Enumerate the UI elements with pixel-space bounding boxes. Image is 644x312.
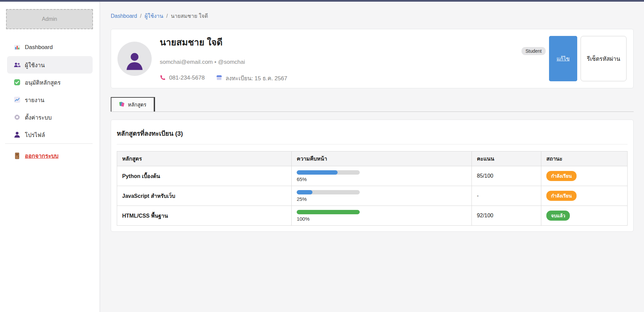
tab-label: หลักสูตร (128, 101, 146, 109)
reset-password-button[interactable]: รีเซ็ตรหัสผ่าน (581, 36, 627, 81)
role-badge: Student (522, 47, 546, 55)
edit-button[interactable]: แก้ไข (549, 36, 577, 81)
gear-icon (14, 114, 20, 121)
progress-label: 100% (297, 216, 472, 222)
sidebar-item-dashboard[interactable]: Dashboard (7, 39, 93, 56)
breadcrumb-dashboard[interactable]: Dashboard (111, 13, 137, 19)
users-icon (14, 61, 20, 68)
sidebar-item-label: Dashboard (25, 44, 53, 51)
breadcrumb: Dashboard / ผู้ใช้งาน / นายสมชาย ใจดี (111, 12, 634, 20)
header-course: หลักสูตร (117, 151, 292, 166)
sidebar-item-label: อนุมัติหลักสูตร (25, 78, 61, 87)
sidebar-item-users[interactable]: ผู้ใช้งาน (7, 56, 93, 74)
sidebar: Admin Dashboard ผู้ใช้งาน อนุมัติหลักสูต… (0, 2, 100, 312)
admin-logo-label: Admin (42, 16, 57, 22)
breadcrumb-users[interactable]: ผู้ใช้งาน (145, 12, 163, 20)
courses-table: หลักสูตร ความคืบหน้า คะแนน สถานะ Python … (117, 151, 628, 226)
progress-fill (297, 210, 360, 214)
course-score: 92/100 (477, 213, 493, 218)
progress-bar (297, 210, 360, 214)
status-badge: กำลังเรียน (546, 191, 577, 201)
header-status: สถานะ (541, 151, 627, 166)
breadcrumb-current: นายสมชาย ใจดี (171, 12, 208, 20)
breadcrumb-separator: / (166, 13, 168, 19)
progress-fill (297, 190, 312, 194)
books-icon (119, 101, 125, 108)
profile-phone: 081-234-5678 (169, 75, 205, 81)
breadcrumb-separator: / (140, 13, 141, 19)
progress-bar (297, 190, 360, 194)
sidebar-item-label: ตั้งค่าระบบ (25, 113, 52, 122)
avatar (117, 42, 152, 76)
sidebar-divider (5, 143, 93, 144)
profile-card: นายสมชาย ใจดี somchai@email.com • @somch… (111, 29, 634, 88)
progress-label: 65% (297, 176, 472, 182)
header-score: คะแนน (472, 151, 541, 166)
table-row: HTML/CSS พื้นฐาน 100% 92/100 จบแล้ว (117, 206, 628, 226)
person-icon (125, 52, 144, 71)
profile-email: somchai@email.com • @somchai (160, 59, 522, 65)
status-badge: กำลังเรียน (546, 171, 577, 181)
profile-registered: ลงทะเบียน: 15 ธ.ค. 2567 (226, 74, 287, 83)
course-name: Python เบื้องต้น (122, 173, 160, 179)
progress-bar (297, 170, 360, 175)
phone-icon (160, 75, 166, 81)
profile-actions: Student แก้ไข รีเซ็ตรหัสผ่าน (522, 36, 627, 81)
check-icon (14, 79, 20, 86)
calendar-icon (216, 75, 222, 81)
course-name: JavaScript สำหรับเว็บ (122, 193, 175, 199)
course-score: - (477, 193, 479, 198)
person-icon (14, 131, 20, 138)
tab-bar: หลักสูตร (111, 97, 634, 112)
bar-chart-icon (14, 44, 20, 51)
app-root: Admin Dashboard ผู้ใช้งาน อนุมัติหลักสูต… (0, 2, 644, 312)
logout-label: ออกจากระบบ (25, 151, 58, 160)
sidebar-item-settings[interactable]: ตั้งค่าระบบ (7, 108, 93, 126)
progress-label: 25% (297, 196, 472, 202)
profile-meta: 081-234-5678 ลงทะเบียน: 15 ธ.ค. 2567 (160, 74, 522, 83)
header-progress: ความคืบหน้า (292, 151, 472, 166)
door-icon (14, 152, 20, 159)
profile-name: นายสมชาย ใจดี (160, 35, 522, 49)
sidebar-item-approve-courses[interactable]: อนุมัติหลักสูตร (7, 74, 93, 91)
course-score: 85/100 (477, 173, 493, 179)
table-row: JavaScript สำหรับเว็บ 25% - กำลังเรียน (117, 186, 628, 206)
logout-button[interactable]: ออกจากระบบ (7, 151, 93, 160)
table-header-row: หลักสูตร ความคืบหน้า คะแนน สถานะ (117, 151, 628, 166)
sidebar-item-reports[interactable]: รายงาน (7, 91, 93, 108)
courses-title: หลักสูตรที่ลงทะเบียน (3) (117, 120, 628, 138)
sidebar-item-label: ผู้ใช้งาน (25, 60, 45, 70)
main-content: Dashboard / ผู้ใช้งาน / นายสมชาย ใจดี นา… (100, 2, 644, 312)
chart-up-icon (14, 96, 20, 103)
courses-card: หลักสูตรที่ลงทะเบียน (3) หลักสูตร ความคื… (111, 120, 634, 232)
sidebar-item-profile[interactable]: โปรไฟล์ (7, 126, 93, 143)
sidebar-item-label: รายงาน (25, 95, 44, 104)
sidebar-item-label: โปรไฟล์ (25, 130, 45, 139)
progress-fill (297, 170, 338, 175)
tab-courses[interactable]: หลักสูตร (111, 97, 155, 112)
table-row: Python เบื้องต้น 65% 85/100 กำลังเรียน (117, 166, 628, 186)
profile-info: นายสมชาย ใจดี somchai@email.com • @somch… (160, 35, 522, 83)
status-badge: จบแล้ว (546, 211, 570, 221)
admin-logo-box: Admin (6, 9, 93, 29)
courses-divider (117, 144, 628, 144)
course-name: HTML/CSS พื้นฐาน (122, 213, 168, 219)
